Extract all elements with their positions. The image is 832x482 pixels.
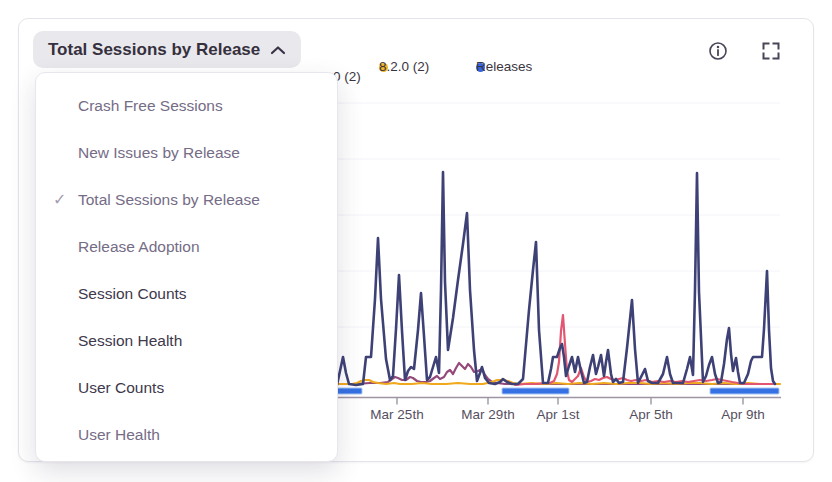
widget-type-menu: Crash Free SessionsNew Issues by Release… [35, 72, 338, 462]
menu-item-label: New Issues by Release [78, 144, 240, 162]
menu-item-session-health[interactable]: Session Health [36, 317, 337, 364]
release-bar[interactable] [337, 388, 362, 394]
menu-item-user-counts[interactable]: User Counts [36, 364, 337, 411]
x-axis-label: Mar 25th [370, 407, 423, 422]
chevron-up-icon [270, 45, 286, 55]
menu-item-total-sessions-by-release[interactable]: ✓Total Sessions by Release [36, 176, 337, 223]
menu-item-release-adoption[interactable]: Release Adoption [36, 223, 337, 270]
release-bar[interactable] [502, 388, 569, 394]
x-axis-label: Mar 29th [461, 407, 514, 422]
menu-item-label: Total Sessions by Release [78, 191, 260, 209]
menu-item-label: Crash Free Sessions [78, 97, 223, 115]
fullscreen-expand-icon [760, 40, 782, 62]
widget-title-dropdown-button[interactable]: Total Sessions by Release [33, 31, 301, 68]
series-release-navy-total [337, 172, 775, 385]
release-bar[interactable] [710, 388, 779, 394]
info-button[interactable] [704, 37, 731, 64]
menu-item-label: Session Counts [78, 285, 187, 303]
legend-item-label: 8.2.0 (2) [379, 57, 429, 77]
series-release-pink [515, 315, 775, 385]
menu-item-label: Release Adoption [78, 238, 200, 256]
widget-header-actions [704, 37, 784, 64]
x-axis-label: Apr 1st [537, 407, 580, 422]
widget-title: Total Sessions by Release [48, 40, 260, 60]
x-axis-label: Apr 9th [721, 407, 765, 422]
x-axis-label: Apr 5th [629, 407, 673, 422]
menu-item-label: Session Health [78, 332, 182, 350]
info-icon [707, 40, 729, 62]
menu-item-session-counts[interactable]: Session Counts [36, 270, 337, 317]
legend-item-label: Releases [476, 57, 532, 77]
menu-item-label: User Health [78, 426, 160, 444]
menu-item-new-issues-by-release[interactable]: New Issues by Release [36, 129, 337, 176]
menu-item-label: User Counts [78, 379, 164, 397]
menu-item-user-health[interactable]: User Health [36, 411, 337, 458]
menu-item-crash-free-sessions[interactable]: Crash Free Sessions [36, 82, 337, 129]
checkmark-icon: ✓ [53, 189, 66, 208]
dashboard-page: Mar 25thMar 29thApr 1stApr 5thApr 9th 8.… [0, 0, 832, 482]
expand-button[interactable] [757, 37, 784, 64]
